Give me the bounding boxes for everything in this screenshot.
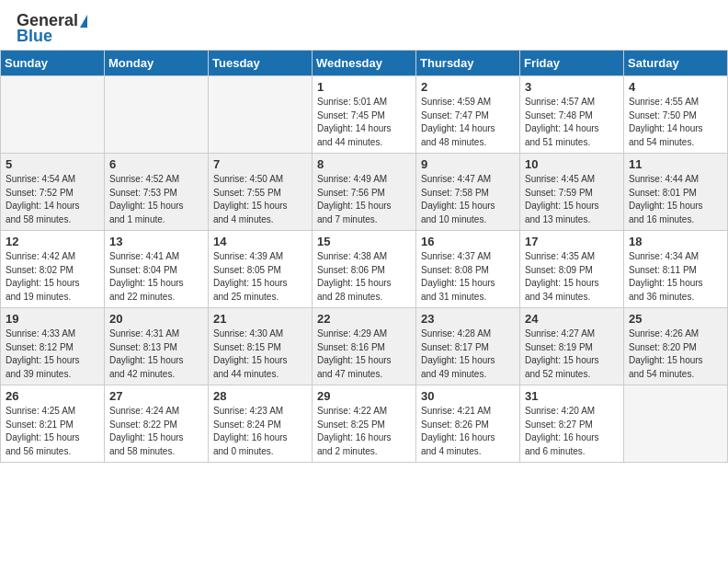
day-info: Sunrise: 4:28 AM Sunset: 8:17 PM Dayligh…: [421, 327, 515, 381]
calendar-week-row: 5Sunrise: 4:54 AM Sunset: 7:52 PM Daylig…: [1, 154, 728, 231]
day-info: Sunrise: 4:26 AM Sunset: 8:20 PM Dayligh…: [629, 327, 722, 381]
day-info: Sunrise: 4:52 AM Sunset: 7:53 PM Dayligh…: [109, 173, 203, 226]
calendar-day-cell: 12Sunrise: 4:42 AM Sunset: 8:02 PM Dayli…: [1, 231, 105, 308]
calendar-day-cell: 26Sunrise: 4:25 AM Sunset: 8:21 PM Dayli…: [1, 385, 105, 463]
calendar-day-cell: 31Sunrise: 4:20 AM Sunset: 8:27 PM Dayli…: [520, 385, 624, 463]
calendar-day-cell: 2Sunrise: 4:59 AM Sunset: 7:47 PM Daylig…: [416, 76, 520, 154]
calendar-day-cell: 24Sunrise: 4:27 AM Sunset: 8:19 PM Dayli…: [520, 308, 624, 385]
day-info: Sunrise: 4:25 AM Sunset: 8:21 PM Dayligh…: [6, 405, 99, 458]
calendar-day-cell: 7Sunrise: 4:50 AM Sunset: 7:55 PM Daylig…: [209, 154, 313, 231]
calendar-day-cell: [105, 76, 209, 154]
day-info: Sunrise: 4:42 AM Sunset: 8:02 PM Dayligh…: [6, 250, 99, 304]
calendar-day-cell: 4Sunrise: 4:55 AM Sunset: 7:50 PM Daylig…: [624, 76, 728, 154]
calendar-day-cell: 21Sunrise: 4:30 AM Sunset: 8:15 PM Dayli…: [209, 308, 313, 385]
calendar-day-cell: 1Sunrise: 5:01 AM Sunset: 7:45 PM Daylig…: [313, 76, 416, 154]
day-number: 19: [6, 312, 99, 326]
day-info: Sunrise: 4:47 AM Sunset: 7:58 PM Dayligh…: [421, 173, 515, 226]
day-number: 21: [213, 312, 307, 326]
day-info: Sunrise: 4:49 AM Sunset: 7:56 PM Dayligh…: [317, 173, 411, 226]
calendar-day-cell: [1, 76, 105, 154]
calendar-day-cell: 6Sunrise: 4:52 AM Sunset: 7:53 PM Daylig…: [105, 154, 209, 231]
day-info: Sunrise: 4:57 AM Sunset: 7:48 PM Dayligh…: [525, 96, 619, 149]
day-number: 25: [629, 312, 722, 326]
calendar-day-cell: 18Sunrise: 4:34 AM Sunset: 8:11 PM Dayli…: [624, 231, 728, 308]
day-info: Sunrise: 4:24 AM Sunset: 8:22 PM Dayligh…: [109, 405, 203, 458]
day-number: 13: [109, 235, 203, 248]
day-info: Sunrise: 4:45 AM Sunset: 7:59 PM Dayligh…: [525, 173, 619, 226]
day-number: 6: [109, 157, 203, 171]
calendar-week-row: 26Sunrise: 4:25 AM Sunset: 8:21 PM Dayli…: [1, 385, 728, 463]
day-info: Sunrise: 4:39 AM Sunset: 8:05 PM Dayligh…: [213, 250, 307, 304]
day-info: Sunrise: 4:37 AM Sunset: 8:08 PM Dayligh…: [421, 250, 515, 304]
day-number: 26: [6, 389, 99, 403]
calendar-day-cell: 23Sunrise: 4:28 AM Sunset: 8:17 PM Dayli…: [416, 308, 520, 385]
day-number: 11: [629, 157, 722, 171]
calendar-header-monday: Monday: [105, 51, 209, 76]
day-number: 24: [525, 312, 619, 326]
calendar-day-cell: 13Sunrise: 4:41 AM Sunset: 8:04 PM Dayli…: [105, 231, 209, 308]
calendar-day-cell: 27Sunrise: 4:24 AM Sunset: 8:22 PM Dayli…: [105, 385, 209, 463]
day-number: 30: [421, 389, 515, 403]
calendar-day-cell: 15Sunrise: 4:38 AM Sunset: 8:06 PM Dayli…: [313, 231, 416, 308]
day-number: 27: [109, 389, 203, 403]
calendar-day-cell: 11Sunrise: 4:44 AM Sunset: 8:01 PM Dayli…: [624, 154, 728, 231]
calendar-day-cell: 16Sunrise: 4:37 AM Sunset: 8:08 PM Dayli…: [416, 231, 520, 308]
calendar-day-cell: 25Sunrise: 4:26 AM Sunset: 8:20 PM Dayli…: [624, 308, 728, 385]
day-info: Sunrise: 4:35 AM Sunset: 8:09 PM Dayligh…: [525, 250, 619, 304]
calendar-header-wednesday: Wednesday: [313, 51, 416, 76]
day-number: 10: [525, 157, 619, 171]
day-number: 31: [525, 389, 619, 403]
day-info: Sunrise: 4:38 AM Sunset: 8:06 PM Dayligh…: [317, 250, 411, 304]
calendar-day-cell: 14Sunrise: 4:39 AM Sunset: 8:05 PM Dayli…: [209, 231, 313, 308]
logo-triangle-icon: [80, 15, 87, 28]
calendar-day-cell: 8Sunrise: 4:49 AM Sunset: 7:56 PM Daylig…: [313, 154, 416, 231]
day-number: 5: [6, 157, 99, 171]
calendar-header-row: SundayMondayTuesdayWednesdayThursdayFrid…: [1, 51, 728, 76]
logo: General Blue: [17, 11, 87, 46]
day-number: 2: [421, 80, 515, 94]
logo-blue-text: Blue: [17, 27, 52, 46]
day-info: Sunrise: 4:50 AM Sunset: 7:55 PM Dayligh…: [213, 173, 307, 226]
day-number: 4: [629, 80, 722, 94]
day-number: 16: [421, 235, 515, 248]
calendar-day-cell: 3Sunrise: 4:57 AM Sunset: 7:48 PM Daylig…: [520, 76, 624, 154]
day-number: 17: [525, 235, 619, 248]
day-info: Sunrise: 5:01 AM Sunset: 7:45 PM Dayligh…: [317, 96, 411, 149]
day-info: Sunrise: 4:34 AM Sunset: 8:11 PM Dayligh…: [629, 250, 722, 304]
day-number: 15: [317, 235, 411, 248]
calendar-day-cell: 29Sunrise: 4:22 AM Sunset: 8:25 PM Dayli…: [313, 385, 416, 463]
calendar-day-cell: 5Sunrise: 4:54 AM Sunset: 7:52 PM Daylig…: [1, 154, 105, 231]
day-number: 20: [109, 312, 203, 326]
day-number: 12: [6, 235, 99, 248]
calendar-day-cell: 9Sunrise: 4:47 AM Sunset: 7:58 PM Daylig…: [416, 154, 520, 231]
day-number: 9: [421, 157, 515, 171]
day-info: Sunrise: 4:29 AM Sunset: 8:16 PM Dayligh…: [317, 327, 411, 381]
day-number: 18: [629, 235, 722, 248]
day-info: Sunrise: 4:23 AM Sunset: 8:24 PM Dayligh…: [213, 405, 307, 458]
day-info: Sunrise: 4:33 AM Sunset: 8:12 PM Dayligh…: [6, 327, 99, 381]
calendar-day-cell: 30Sunrise: 4:21 AM Sunset: 8:26 PM Dayli…: [416, 385, 520, 463]
calendar-day-cell: 28Sunrise: 4:23 AM Sunset: 8:24 PM Dayli…: [209, 385, 313, 463]
day-info: Sunrise: 4:59 AM Sunset: 7:47 PM Dayligh…: [421, 96, 515, 149]
day-number: 28: [213, 389, 307, 403]
calendar-day-cell: 10Sunrise: 4:45 AM Sunset: 7:59 PM Dayli…: [520, 154, 624, 231]
day-number: 1: [317, 80, 411, 94]
day-info: Sunrise: 4:41 AM Sunset: 8:04 PM Dayligh…: [109, 250, 203, 304]
day-info: Sunrise: 4:31 AM Sunset: 8:13 PM Dayligh…: [109, 327, 203, 381]
calendar-day-cell: [624, 385, 728, 463]
calendar-header-friday: Friday: [520, 51, 624, 76]
day-info: Sunrise: 4:27 AM Sunset: 8:19 PM Dayligh…: [525, 327, 619, 381]
calendar-header-saturday: Saturday: [624, 51, 728, 76]
day-number: 8: [317, 157, 411, 171]
day-number: 22: [317, 312, 411, 326]
day-number: 14: [213, 235, 307, 248]
day-number: 3: [525, 80, 619, 94]
day-info: Sunrise: 4:44 AM Sunset: 8:01 PM Dayligh…: [629, 173, 722, 226]
calendar-day-cell: [209, 76, 313, 154]
calendar-week-row: 19Sunrise: 4:33 AM Sunset: 8:12 PM Dayli…: [1, 308, 728, 385]
calendar: SundayMondayTuesdayWednesdayThursdayFrid…: [0, 50, 728, 463]
day-info: Sunrise: 4:55 AM Sunset: 7:50 PM Dayligh…: [629, 96, 722, 149]
calendar-header-thursday: Thursday: [416, 51, 520, 76]
day-info: Sunrise: 4:22 AM Sunset: 8:25 PM Dayligh…: [317, 405, 411, 458]
calendar-week-row: 1Sunrise: 5:01 AM Sunset: 7:45 PM Daylig…: [1, 76, 728, 154]
